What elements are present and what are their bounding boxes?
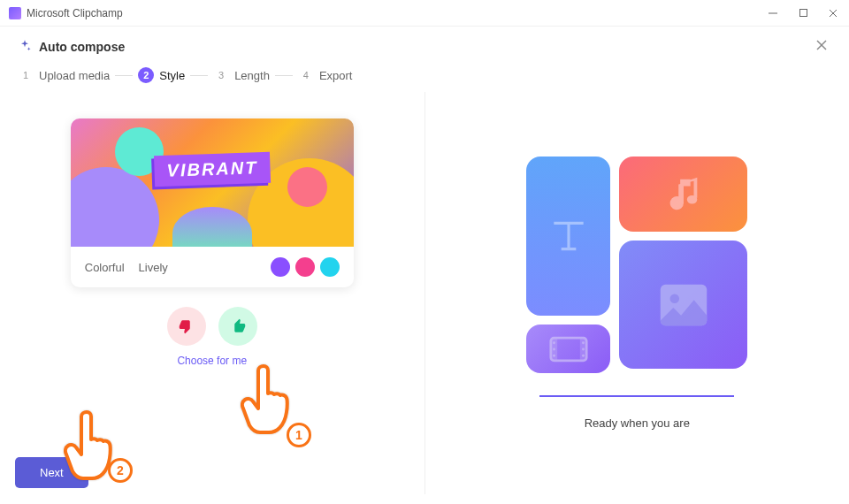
svg-point-17 bbox=[582, 341, 585, 344]
step-separator bbox=[115, 75, 133, 76]
step-number: 1 bbox=[18, 67, 34, 83]
step-label: Export bbox=[319, 69, 353, 82]
annotation-badge: 2 bbox=[108, 458, 133, 483]
style-card-vibrant[interactable]: VIBRANT Colorful Lively bbox=[71, 118, 354, 287]
step-separator bbox=[275, 75, 293, 76]
step-export[interactable]: 4 Export bbox=[298, 67, 353, 83]
maximize-button[interactable] bbox=[796, 6, 810, 20]
step-label: Style bbox=[159, 69, 185, 82]
app-icon bbox=[9, 7, 21, 19]
minimize-button[interactable] bbox=[766, 6, 780, 20]
header-title: Auto compose bbox=[39, 40, 125, 54]
wizard-stepper: 1 Upload media 2 Style 3 Length 4 Export bbox=[0, 67, 849, 92]
svg-point-16 bbox=[553, 354, 555, 356]
window-title: Microsoft Clipchamp bbox=[27, 7, 123, 19]
svg-rect-1 bbox=[799, 10, 807, 17]
annotation-pointer-2: 2 bbox=[64, 407, 126, 493]
sparkle-icon bbox=[18, 39, 32, 56]
preview-panel: Ready when you are bbox=[425, 92, 850, 494]
svg-point-15 bbox=[553, 347, 555, 350]
svg-point-19 bbox=[582, 354, 585, 356]
window-titlebar: Microsoft Clipchamp bbox=[0, 0, 849, 27]
tile-video bbox=[526, 325, 610, 373]
step-length[interactable]: 3 Length bbox=[213, 67, 270, 83]
swatch-cyan bbox=[320, 257, 340, 277]
style-name-label: VIBRANT bbox=[154, 152, 271, 187]
like-button[interactable] bbox=[218, 307, 257, 346]
ready-text: Ready when you are bbox=[585, 416, 690, 430]
step-label: Length bbox=[234, 69, 270, 82]
svg-point-18 bbox=[582, 347, 585, 350]
step-number: 4 bbox=[298, 67, 314, 83]
step-separator bbox=[190, 75, 208, 76]
step-upload-media[interactable]: 1 Upload media bbox=[18, 67, 110, 83]
step-number: 3 bbox=[213, 67, 229, 83]
annotation-badge: 1 bbox=[287, 423, 311, 447]
dislike-button[interactable] bbox=[167, 307, 206, 346]
style-tag: Lively bbox=[139, 261, 168, 274]
style-preview-image: VIBRANT bbox=[71, 118, 354, 247]
close-panel-button[interactable] bbox=[812, 35, 831, 58]
color-swatches bbox=[271, 257, 340, 277]
header: Auto compose bbox=[0, 27, 849, 67]
tile-image bbox=[619, 241, 747, 369]
step-number: 2 bbox=[138, 67, 154, 83]
svg-point-14 bbox=[553, 341, 555, 344]
choose-for-me-link[interactable]: Choose for me bbox=[177, 355, 247, 367]
swatch-pink bbox=[295, 257, 315, 277]
step-label: Upload media bbox=[39, 69, 110, 82]
close-window-button[interactable] bbox=[826, 6, 840, 20]
step-style[interactable]: 2 Style bbox=[138, 67, 185, 83]
tile-music bbox=[619, 157, 747, 232]
annotation-pointer-1: 1 bbox=[241, 361, 302, 447]
swatch-purple bbox=[271, 257, 290, 277]
svg-point-9 bbox=[669, 294, 679, 303]
preview-tiles bbox=[526, 157, 747, 378]
style-tag: Colorful bbox=[85, 261, 125, 274]
tile-text bbox=[526, 157, 610, 316]
divider-rule bbox=[539, 395, 734, 397]
